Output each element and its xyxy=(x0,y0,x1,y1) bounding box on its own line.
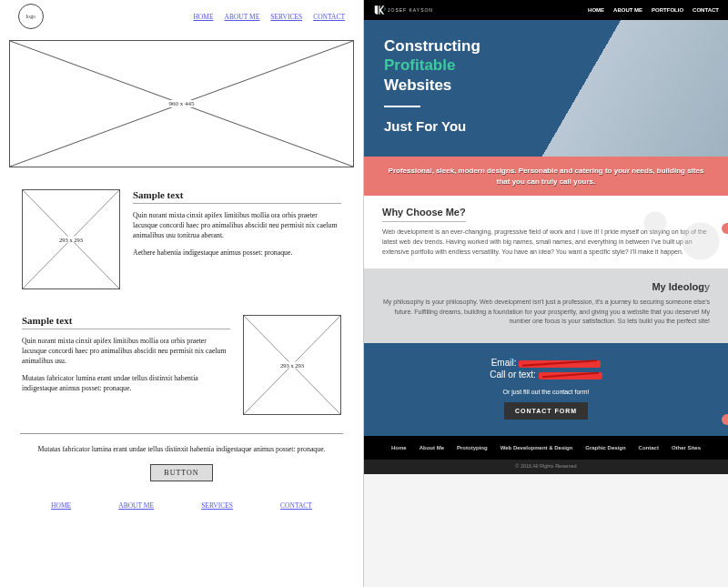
why-choose-section: Why Choose Me? Web development is an eve… xyxy=(364,196,728,268)
carousel-dot-icon[interactable] xyxy=(722,414,728,425)
hero-line2-accent: Profitable xyxy=(384,56,455,74)
wf-image-placeholder: 293 x 293 xyxy=(243,315,341,415)
contact-phone-line: Call or text: xyxy=(382,369,710,380)
contact-subtext: Or just fill out the contact form! xyxy=(382,389,710,395)
site-top-nav: HOME ABOUT ME PORTFOLIO CONTACT xyxy=(588,7,719,13)
contact-form-button[interactable]: CONTACT FORM xyxy=(504,402,588,420)
redacted-phone xyxy=(539,372,602,380)
wf-footnav-about[interactable]: ABOUT ME xyxy=(118,501,154,510)
wf-text-block: Sample text Quin norant mixta cinxit api… xyxy=(133,189,341,266)
nav-portfolio[interactable]: PORTFOLIO xyxy=(652,7,683,13)
wf-nav-about[interactable]: ABOUT ME xyxy=(225,13,260,21)
wf-divider xyxy=(20,433,343,434)
wf-section-1: 293 x 293 Sample text Quin norant mixta … xyxy=(0,177,363,302)
wf-header: logo HOME ABOUT ME SERVICES CONTACT xyxy=(0,0,363,36)
wf-paragraph: Aethere habentia indigestaque animus pos… xyxy=(133,248,341,258)
wireframe-pane: logo HOME ABOUT ME SERVICES CONTACT 960 … xyxy=(0,0,364,587)
email-label: Email: xyxy=(491,358,517,368)
wf-paragraph: Quin norant mixta cinxit apifex limitibu… xyxy=(133,211,341,241)
wf-hero-placeholder: 960 x 445 xyxy=(9,40,354,167)
wf-footer-nav: HOME ABOUT ME SERVICES CONTACT xyxy=(0,492,363,515)
hero-subheading: Just For You xyxy=(384,118,708,134)
wf-section-heading: Sample text xyxy=(133,189,341,204)
wf-image-placeholder: 293 x 293 xyxy=(22,189,120,289)
live-site-pane: JOSEF KAYSON HOME ABOUT ME PORTFOLIO CON… xyxy=(364,0,728,587)
contact-email-line: Email: xyxy=(382,358,710,368)
hero-line3: Websites xyxy=(384,76,451,94)
nav-about[interactable]: ABOUT ME xyxy=(613,7,642,13)
why-body: Web development is an ever-changing, pro… xyxy=(382,228,710,258)
wf-top-nav: HOME ABOUT ME SERVICES CONTACT xyxy=(193,13,345,21)
hero-line1: Constructing xyxy=(384,37,480,55)
hero-section: Constructing Profitable Websites Just Fo… xyxy=(364,20,728,157)
svg-marker-6 xyxy=(384,7,386,12)
wf-text-block: Sample text Quin norant mixta cinxit api… xyxy=(22,315,230,401)
wf-footnav-services[interactable]: SERVICES xyxy=(201,501,233,510)
wf-paragraph: Mutatas fabricator lumina erant undae te… xyxy=(22,374,230,394)
wf-footnav-contact[interactable]: CONTACT xyxy=(280,501,312,510)
brand-subtext: JOSEF KAYSON xyxy=(388,7,433,13)
copyright-bar: © 2016 All Rights Reserved xyxy=(364,460,728,474)
nav-home[interactable]: HOME xyxy=(588,7,604,13)
why-heading: Why Choose Me? xyxy=(382,207,466,222)
wf-paragraph: Quin norant mixta cinxit apifex limitibu… xyxy=(22,337,230,367)
jk-logo-icon xyxy=(373,4,386,16)
fnav-proto[interactable]: Prototyping xyxy=(457,445,488,450)
contact-section: Email: Call or text: Or just fill out th… xyxy=(364,343,728,436)
wf-nav-services[interactable]: SERVICES xyxy=(270,13,302,21)
hero-rule xyxy=(384,106,420,107)
redacted-email xyxy=(519,360,601,368)
fnav-about[interactable]: About Me xyxy=(420,445,444,450)
site-logo[interactable]: JOSEF KAYSON xyxy=(373,4,433,16)
wf-logo-placeholder: logo xyxy=(18,4,44,29)
site-footer-nav: Home About Me Prototyping Web Developmen… xyxy=(364,436,728,460)
wf-box-dim-label: 293 x 293 xyxy=(278,362,307,369)
fnav-webdev[interactable]: Web Development & Design xyxy=(500,445,573,450)
carousel-dot-icon[interactable] xyxy=(722,223,728,234)
fnav-graphic[interactable]: Graphic Design xyxy=(585,445,625,450)
site-header: JOSEF KAYSON HOME ABOUT ME PORTFOLIO CON… xyxy=(364,0,728,20)
fnav-other[interactable]: Other Sites xyxy=(672,445,701,450)
wf-section-2: 293 x 293 Sample text Quin norant mixta … xyxy=(0,302,363,428)
wf-nav-contact[interactable]: CONTACT xyxy=(313,13,345,21)
wf-box-dim-label: 293 x 293 xyxy=(56,237,86,243)
phone-label: Call or text: xyxy=(490,369,536,380)
wf-logo-label: logo xyxy=(26,14,36,19)
wf-footnav-home[interactable]: HOME xyxy=(51,501,71,510)
wf-nav-home[interactable]: HOME xyxy=(193,13,213,21)
fnav-home[interactable]: Home xyxy=(391,445,407,450)
hero-heading: Constructing Profitable Websites xyxy=(384,36,708,95)
wf-cta-text: Mutatas fabricator lumina erant undae te… xyxy=(36,445,327,455)
wf-section-heading: Sample text xyxy=(22,315,230,329)
wf-cta-section: Mutatas fabricator lumina erant undae te… xyxy=(0,440,363,492)
fnav-contact[interactable]: Contact xyxy=(639,445,659,450)
wf-hero-dim-label: 960 x 445 xyxy=(166,100,198,107)
nav-contact[interactable]: CONTACT xyxy=(693,7,719,13)
wf-cta-button[interactable]: BUTTON xyxy=(150,464,212,481)
